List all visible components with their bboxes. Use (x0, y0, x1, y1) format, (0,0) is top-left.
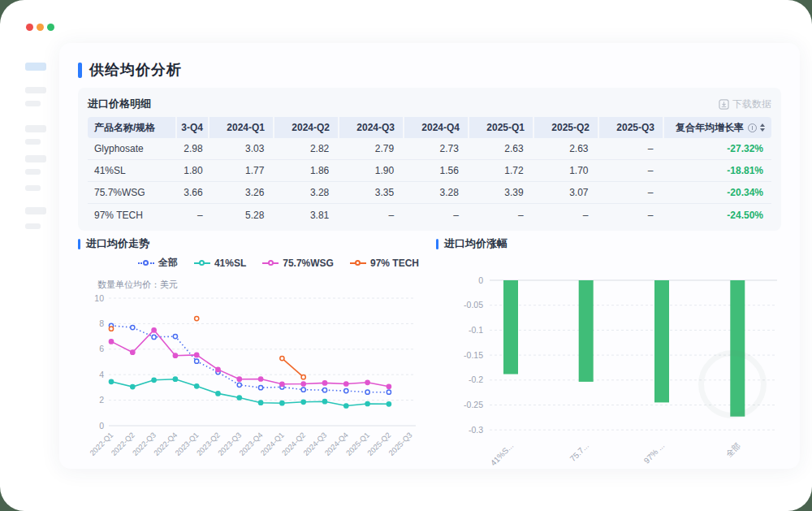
data-point (259, 377, 263, 381)
window-controls (26, 24, 54, 31)
data-point (195, 353, 199, 357)
legend-item-41%SL[interactable]: 41%SL (194, 258, 246, 269)
y-tick-label: 2 (99, 395, 104, 405)
price-cell: 2.63 (469, 138, 532, 159)
maximize-window-icon[interactable] (47, 24, 54, 31)
sidebar-item[interactable] (25, 185, 41, 191)
x-tick-label: 75.7... (568, 441, 590, 463)
x-tick-label: 2025-Q3 (387, 431, 414, 457)
page-title-text: 供给均价分析 (89, 60, 182, 80)
data-point (280, 357, 284, 361)
data-point (152, 328, 156, 332)
col-product-name: 产品名称/规格 (88, 117, 175, 138)
bar-75.7... (579, 280, 594, 382)
price-cell: – (533, 204, 597, 226)
sidebar-item[interactable] (25, 125, 46, 132)
cagr-cell: -18.81% (663, 160, 770, 181)
legend-marker (138, 260, 154, 266)
price-cell: – (339, 204, 402, 226)
bar-41%S... (503, 280, 518, 375)
price-cell: – (469, 204, 532, 226)
sidebar-item[interactable] (25, 101, 41, 106)
download-data-button[interactable]: 下载数据 (719, 97, 771, 111)
sort-icon[interactable] (760, 123, 765, 132)
price-cell: 3.03 (209, 138, 273, 159)
col-2024-q4: 2024-Q4 (404, 117, 468, 138)
y-tick-label: -0.3 (469, 425, 483, 435)
import-price-change-chart: 进口均价涨幅 0-0.05-0.1-0.15-0.2-0.25-0.341%S.… (436, 236, 781, 466)
legend-item-全部[interactable]: 全部 (138, 256, 178, 270)
col-2025-q3: 2025-Q3 (599, 117, 663, 138)
page-title: 供给均价分析 (78, 60, 182, 80)
price-cell: 1.72 (469, 160, 532, 181)
data-point (322, 388, 326, 392)
y-tick-label: -0.05 (464, 300, 483, 310)
y-tick-label: 0 (478, 275, 483, 285)
col-2025-q1: 2025-Q1 (469, 117, 533, 138)
bar-chart-title: 进口均价涨幅 (436, 236, 781, 251)
data-point (259, 386, 263, 390)
col-2024-q1: 2024-Q1 (209, 117, 273, 138)
table-row: 41%SL1.801.771.861.901.561.721.70–-18.81… (88, 160, 771, 182)
chart-title-accent-bar (436, 239, 438, 249)
sidebar-item[interactable] (25, 155, 46, 162)
data-point (237, 396, 241, 400)
cagr-cell: -27.32% (663, 138, 770, 159)
watermark (698, 350, 767, 418)
sidebar-item-active[interactable] (25, 63, 46, 71)
data-point (344, 389, 348, 393)
sidebar-item[interactable] (25, 223, 41, 229)
legend-label: 97% TECH (370, 258, 419, 269)
price-cell: 1.70 (533, 160, 597, 181)
price-cell: – (404, 204, 467, 226)
price-cell: 3.28 (274, 182, 337, 203)
data-point (152, 378, 156, 382)
price-cell: 1.77 (209, 160, 273, 181)
data-point (216, 392, 220, 396)
data-point (195, 384, 199, 388)
data-point (301, 388, 305, 392)
data-point (173, 335, 177, 339)
price-cell: 2.63 (533, 138, 597, 159)
data-point (387, 384, 391, 388)
data-point (301, 382, 305, 386)
sidebar-item[interactable] (25, 169, 41, 175)
x-tick-label: 97% ... (642, 441, 667, 466)
data-point (109, 379, 113, 383)
minimize-window-icon[interactable] (37, 24, 44, 31)
data-point (365, 390, 369, 394)
price-cell: 1.86 (274, 160, 337, 181)
price-cell: 2.79 (339, 138, 402, 159)
product-name-cell: 41%SL (88, 160, 175, 181)
download-label: 下载数据 (732, 97, 771, 111)
data-point (322, 400, 326, 404)
price-cell: – (598, 204, 662, 226)
price-cell: 3.66 (177, 182, 208, 203)
sidebar-item[interactable] (25, 207, 46, 214)
y-tick-label: 0 (99, 421, 104, 431)
data-point (237, 383, 241, 387)
y-tick-label: 6 (99, 344, 104, 353)
legend-item-75.7%WSG[interactable]: 75.7%WSG (262, 258, 334, 269)
data-point (131, 326, 135, 330)
table-row: 75.7%WSG3.663.263.283.353.283.393.07–-20… (88, 182, 771, 204)
col-2024-q3: 2024-Q3 (339, 117, 403, 138)
legend-item-97% TECH[interactable]: 97% TECH (350, 258, 419, 269)
col-2025-q2: 2025-Q2 (534, 117, 598, 138)
close-window-icon[interactable] (26, 24, 33, 31)
price-cell: – (598, 182, 662, 203)
y-tick-label: 4 (99, 370, 104, 379)
col-cagr-label: 复合年均增长率 (676, 121, 744, 135)
price-cell: 3.26 (209, 182, 273, 203)
data-point (365, 380, 369, 384)
info-icon[interactable] (748, 123, 757, 132)
sidebar-item[interactable] (25, 139, 41, 145)
price-cell: 5.28 (209, 204, 273, 226)
y-tick-label: -0.15 (464, 350, 483, 360)
sidebar-item[interactable] (25, 87, 46, 93)
data-point (109, 340, 113, 344)
price-cell: 1.90 (339, 160, 402, 181)
table-row: 97% TECH–5.283.81–––––-24.50% (88, 204, 771, 226)
y-tick-label: -0.1 (469, 325, 483, 335)
price-cell: – (598, 138, 662, 159)
